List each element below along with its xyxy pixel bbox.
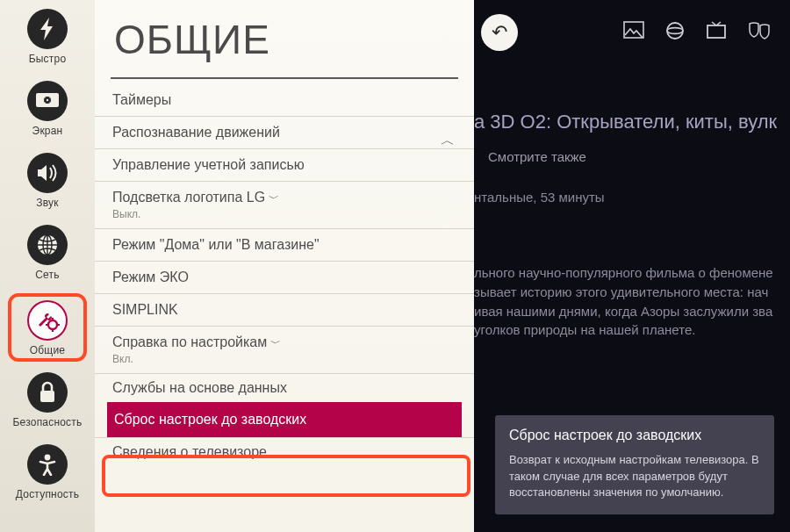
help-tooltip: Сброс настроек до заводских Возврат к ис… [495,415,774,514]
settings-sidebar: Быстро Экран Звук Сеть Общие [0,0,95,532]
settings-list: Таймеры Распознавание движений Управлени… [95,79,474,466]
item-factory-reset[interactable]: Сброс настроек до заводских [107,402,462,437]
sidebar-item-network[interactable]: Сеть [12,225,83,281]
sidebar-item-accessibility[interactable]: Доступность [12,444,83,500]
photo-icon[interactable] [623,21,644,40]
item-label: SIMPLINK [112,302,178,317]
person-icon [27,444,68,485]
settings-panel-general: ОБЩИЕ ︿ Таймеры Распознавание движений У… [95,0,474,532]
item-label: Сведения о телевизоре [112,444,267,459]
svg-point-9 [667,23,683,39]
item-label: Управление учетной записью [112,157,305,172]
tooltip-body: Возврат к исходным настройкам телевизора… [509,452,760,500]
sidebar-item-sound[interactable]: Звук [12,153,83,209]
sidebar-item-label: Звук [36,197,58,209]
svg-point-2 [47,99,48,101]
globe-icon [27,225,68,265]
gear-wrench-icon [27,300,68,341]
item-tv-info[interactable]: Сведения о телевизоре [95,437,474,466]
sidebar-item-general[interactable]: Общие [8,293,87,362]
sidebar-item-quick[interactable]: Быстро [12,9,83,65]
item-label: Службы на основе данных [112,380,287,395]
item-label: Режим ЭКО [112,270,189,284]
item-sublabel: Вкл. [112,353,456,365]
display-icon [27,81,68,121]
masks-icon[interactable] [748,21,771,40]
item-timers[interactable]: Таймеры [95,84,474,116]
item-motion[interactable]: Распознавание движений [95,116,474,148]
speaker-icon [27,153,68,193]
svg-point-7 [45,455,51,461]
item-eco[interactable]: Режим ЭКО [95,261,474,293]
chevron-down-icon: ﹀ [269,191,279,206]
item-account[interactable]: Управление учетной записью [95,148,474,181]
sidebar-item-label: Быстро [29,53,67,65]
sidebar-item-label: Общие [30,344,65,356]
item-logo-light[interactable]: Подсветка логотипа LG﹀ Выкл. [95,181,474,228]
item-help[interactable]: Справка по настройкам﹀ Вкл. [95,326,474,373]
svg-point-5 [48,320,57,329]
item-label: Таймеры [112,92,171,107]
sidebar-item-label: Доступность [16,488,79,500]
back-button[interactable]: ↶ [481,14,518,51]
content-type-icons [623,21,771,40]
panel-title: ОБЩИЕ [95,0,474,72]
sidebar-item-label: Экран [32,125,63,137]
bg-description: льного научно-популярного фильма о феном… [474,263,779,340]
item-label: Распознавание движений [112,125,280,140]
svg-rect-6 [40,391,54,402]
sidebar-item-label: Сеть [35,269,60,281]
item-sublabel: Выкл. [112,208,456,220]
svg-point-10 [667,28,683,34]
svg-rect-11 [707,25,725,38]
item-data-services[interactable]: Службы на основе данных [95,373,474,402]
sidebar-item-picture[interactable]: Экран [12,81,83,137]
item-simplink[interactable]: SIMPLINK [95,293,474,326]
lock-icon [27,372,68,413]
item-label: Справка по настройкам [112,334,267,349]
sidebar-item-safety[interactable]: Безопасность [12,372,83,428]
back-arrow-icon: ↶ [492,21,507,44]
item-home-store[interactable]: Режим "Дома" или "В магазине" [95,228,474,261]
tooltip-title: Сброс настроек до заводских [509,428,760,443]
item-label: Сброс настроек до заводских [114,412,306,427]
bg-see-also: Смотрите также [488,149,586,164]
item-label: Подсветка логотипа LG [112,190,265,205]
bolt-icon [27,9,68,49]
globe-ring-icon[interactable] [665,21,685,40]
chevron-down-icon: ﹀ [270,336,281,351]
tv-icon[interactable] [706,21,727,40]
item-label: Режим "Дома" или "В магазине" [112,237,320,252]
bg-title: а 3D О2: Открыватели, киты, вулк [474,111,781,133]
sidebar-item-label: Безопасность [13,416,83,428]
bg-meta: нтальные, 53 минуты [474,190,605,205]
